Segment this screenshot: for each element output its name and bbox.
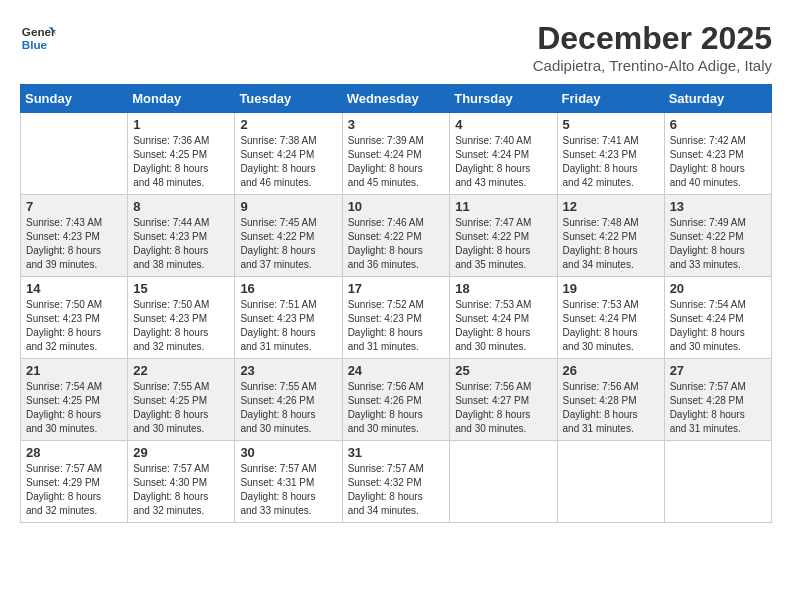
day-number: 4 [455,117,551,132]
weekday-header-tuesday: Tuesday [235,85,342,113]
day-number: 25 [455,363,551,378]
day-info: Sunrise: 7:52 AM Sunset: 4:23 PM Dayligh… [348,298,445,354]
day-number: 21 [26,363,122,378]
page-header: General Blue December 2025 Cadipietra, T… [20,20,772,74]
calendar-cell: 18Sunrise: 7:53 AM Sunset: 4:24 PM Dayli… [450,277,557,359]
day-info: Sunrise: 7:44 AM Sunset: 4:23 PM Dayligh… [133,216,229,272]
weekday-header-thursday: Thursday [450,85,557,113]
calendar-cell: 9Sunrise: 7:45 AM Sunset: 4:22 PM Daylig… [235,195,342,277]
calendar-week-row: 14Sunrise: 7:50 AM Sunset: 4:23 PM Dayli… [21,277,772,359]
calendar-cell: 6Sunrise: 7:42 AM Sunset: 4:23 PM Daylig… [664,113,771,195]
day-info: Sunrise: 7:45 AM Sunset: 4:22 PM Dayligh… [240,216,336,272]
calendar-cell: 17Sunrise: 7:52 AM Sunset: 4:23 PM Dayli… [342,277,450,359]
day-number: 11 [455,199,551,214]
day-info: Sunrise: 7:57 AM Sunset: 4:31 PM Dayligh… [240,462,336,518]
day-info: Sunrise: 7:49 AM Sunset: 4:22 PM Dayligh… [670,216,766,272]
day-number: 31 [348,445,445,460]
day-number: 19 [563,281,659,296]
day-info: Sunrise: 7:50 AM Sunset: 4:23 PM Dayligh… [26,298,122,354]
calendar-cell: 20Sunrise: 7:54 AM Sunset: 4:24 PM Dayli… [664,277,771,359]
calendar-cell: 15Sunrise: 7:50 AM Sunset: 4:23 PM Dayli… [128,277,235,359]
svg-text:General: General [22,25,56,38]
calendar-week-row: 1Sunrise: 7:36 AM Sunset: 4:25 PM Daylig… [21,113,772,195]
day-info: Sunrise: 7:57 AM Sunset: 4:32 PM Dayligh… [348,462,445,518]
day-number: 20 [670,281,766,296]
weekday-header-wednesday: Wednesday [342,85,450,113]
calendar-week-row: 21Sunrise: 7:54 AM Sunset: 4:25 PM Dayli… [21,359,772,441]
calendar-cell: 27Sunrise: 7:57 AM Sunset: 4:28 PM Dayli… [664,359,771,441]
month-title: December 2025 [533,20,772,57]
calendar-cell: 8Sunrise: 7:44 AM Sunset: 4:23 PM Daylig… [128,195,235,277]
day-number: 17 [348,281,445,296]
day-info: Sunrise: 7:53 AM Sunset: 4:24 PM Dayligh… [455,298,551,354]
day-info: Sunrise: 7:50 AM Sunset: 4:23 PM Dayligh… [133,298,229,354]
calendar-cell: 31Sunrise: 7:57 AM Sunset: 4:32 PM Dayli… [342,441,450,523]
calendar-header-row: SundayMondayTuesdayWednesdayThursdayFrid… [21,85,772,113]
day-info: Sunrise: 7:43 AM Sunset: 4:23 PM Dayligh… [26,216,122,272]
day-number: 18 [455,281,551,296]
day-number: 14 [26,281,122,296]
calendar-cell: 11Sunrise: 7:47 AM Sunset: 4:22 PM Dayli… [450,195,557,277]
logo: General Blue [20,20,56,56]
calendar-week-row: 7Sunrise: 7:43 AM Sunset: 4:23 PM Daylig… [21,195,772,277]
location-subtitle: Cadipietra, Trentino-Alto Adige, Italy [533,57,772,74]
calendar-cell: 1Sunrise: 7:36 AM Sunset: 4:25 PM Daylig… [128,113,235,195]
day-info: Sunrise: 7:40 AM Sunset: 4:24 PM Dayligh… [455,134,551,190]
calendar-cell: 23Sunrise: 7:55 AM Sunset: 4:26 PM Dayli… [235,359,342,441]
day-number: 26 [563,363,659,378]
weekday-header-sunday: Sunday [21,85,128,113]
day-info: Sunrise: 7:55 AM Sunset: 4:26 PM Dayligh… [240,380,336,436]
calendar-cell: 7Sunrise: 7:43 AM Sunset: 4:23 PM Daylig… [21,195,128,277]
day-info: Sunrise: 7:41 AM Sunset: 4:23 PM Dayligh… [563,134,659,190]
day-number: 24 [348,363,445,378]
day-info: Sunrise: 7:47 AM Sunset: 4:22 PM Dayligh… [455,216,551,272]
logo-icon: General Blue [20,20,56,56]
day-number: 23 [240,363,336,378]
day-info: Sunrise: 7:55 AM Sunset: 4:25 PM Dayligh… [133,380,229,436]
day-info: Sunrise: 7:39 AM Sunset: 4:24 PM Dayligh… [348,134,445,190]
calendar-cell: 19Sunrise: 7:53 AM Sunset: 4:24 PM Dayli… [557,277,664,359]
calendar-table: SundayMondayTuesdayWednesdayThursdayFrid… [20,84,772,523]
day-number: 12 [563,199,659,214]
day-info: Sunrise: 7:53 AM Sunset: 4:24 PM Dayligh… [563,298,659,354]
calendar-cell: 29Sunrise: 7:57 AM Sunset: 4:30 PM Dayli… [128,441,235,523]
calendar-cell: 13Sunrise: 7:49 AM Sunset: 4:22 PM Dayli… [664,195,771,277]
calendar-cell [557,441,664,523]
weekday-header-friday: Friday [557,85,664,113]
weekday-header-monday: Monday [128,85,235,113]
day-info: Sunrise: 7:54 AM Sunset: 4:25 PM Dayligh… [26,380,122,436]
svg-text:Blue: Blue [22,38,48,51]
calendar-cell [21,113,128,195]
day-info: Sunrise: 7:51 AM Sunset: 4:23 PM Dayligh… [240,298,336,354]
day-number: 22 [133,363,229,378]
calendar-cell: 24Sunrise: 7:56 AM Sunset: 4:26 PM Dayli… [342,359,450,441]
day-info: Sunrise: 7:56 AM Sunset: 4:28 PM Dayligh… [563,380,659,436]
calendar-cell: 30Sunrise: 7:57 AM Sunset: 4:31 PM Dayli… [235,441,342,523]
day-number: 2 [240,117,336,132]
calendar-cell: 21Sunrise: 7:54 AM Sunset: 4:25 PM Dayli… [21,359,128,441]
calendar-cell: 10Sunrise: 7:46 AM Sunset: 4:22 PM Dayli… [342,195,450,277]
day-number: 29 [133,445,229,460]
calendar-cell: 5Sunrise: 7:41 AM Sunset: 4:23 PM Daylig… [557,113,664,195]
day-info: Sunrise: 7:57 AM Sunset: 4:30 PM Dayligh… [133,462,229,518]
calendar-cell: 16Sunrise: 7:51 AM Sunset: 4:23 PM Dayli… [235,277,342,359]
calendar-cell: 14Sunrise: 7:50 AM Sunset: 4:23 PM Dayli… [21,277,128,359]
day-number: 8 [133,199,229,214]
day-number: 1 [133,117,229,132]
day-number: 5 [563,117,659,132]
day-info: Sunrise: 7:38 AM Sunset: 4:24 PM Dayligh… [240,134,336,190]
day-number: 13 [670,199,766,214]
day-info: Sunrise: 7:42 AM Sunset: 4:23 PM Dayligh… [670,134,766,190]
day-info: Sunrise: 7:36 AM Sunset: 4:25 PM Dayligh… [133,134,229,190]
day-number: 27 [670,363,766,378]
calendar-cell: 3Sunrise: 7:39 AM Sunset: 4:24 PM Daylig… [342,113,450,195]
calendar-cell: 25Sunrise: 7:56 AM Sunset: 4:27 PM Dayli… [450,359,557,441]
calendar-cell: 26Sunrise: 7:56 AM Sunset: 4:28 PM Dayli… [557,359,664,441]
day-info: Sunrise: 7:56 AM Sunset: 4:27 PM Dayligh… [455,380,551,436]
day-number: 9 [240,199,336,214]
day-number: 28 [26,445,122,460]
calendar-cell: 22Sunrise: 7:55 AM Sunset: 4:25 PM Dayli… [128,359,235,441]
day-number: 6 [670,117,766,132]
calendar-cell: 28Sunrise: 7:57 AM Sunset: 4:29 PM Dayli… [21,441,128,523]
calendar-cell: 2Sunrise: 7:38 AM Sunset: 4:24 PM Daylig… [235,113,342,195]
